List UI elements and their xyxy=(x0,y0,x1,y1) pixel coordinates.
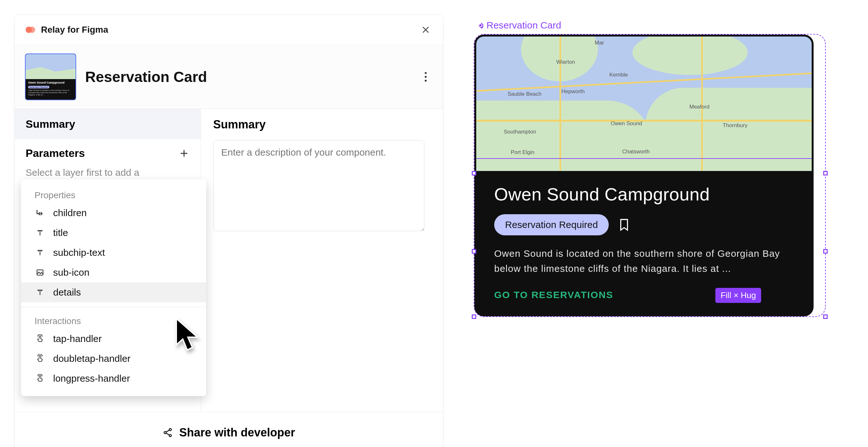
dropdown-item-label: sub-icon xyxy=(53,267,89,278)
instance-label-text: Reservation Card xyxy=(487,20,561,31)
card-map: MarWiartonKembleSauble BeachHepworthSout… xyxy=(476,36,812,171)
selection-handle[interactable] xyxy=(823,249,828,254)
text-type-icon xyxy=(35,247,45,258)
map-label: Mar xyxy=(595,40,604,46)
component-instance-icon xyxy=(475,21,483,29)
selection-handle[interactable] xyxy=(472,171,476,176)
dropdown-item-label: tap-handler xyxy=(53,333,102,344)
map-label: Hepworth xyxy=(561,88,585,95)
dropdown-section-properties: Properties xyxy=(21,186,206,203)
svg-point-4 xyxy=(425,80,427,82)
add-parameter-button[interactable] xyxy=(178,148,190,159)
dropdown-property-title[interactable]: title xyxy=(21,223,206,243)
dropdown-item-label: doubletap-handler xyxy=(53,353,131,364)
cursor-icon xyxy=(173,317,205,355)
tap-icon xyxy=(35,353,45,364)
inner-selection-box xyxy=(474,158,814,316)
selection-handle[interactable] xyxy=(472,249,476,254)
map-label: Thornbury xyxy=(723,122,747,129)
share-label: Share with developer xyxy=(179,426,295,439)
map-label: Wiarton xyxy=(556,59,575,65)
card-body: Owen Sound Campground Reservation Requir… xyxy=(476,171,812,315)
component-header: Owen Sound Campground Reservation Requir… xyxy=(15,45,443,109)
card-selection-outline: MarWiartonKembleSauble BeachHepworthSout… xyxy=(474,34,826,317)
sidebar-item-parameters: Parameters xyxy=(15,139,201,167)
figma-canvas: Reservation Card MarWiartonKembleSauble … xyxy=(474,20,826,317)
component-thumbnail[interactable]: Owen Sound Campground Reservation Requir… xyxy=(25,54,76,100)
text-type-icon xyxy=(35,227,45,238)
dropdown-property-subchip-text[interactable]: subchip-text xyxy=(21,243,206,263)
sidebar: Summary Parameters Select a layer first … xyxy=(15,109,201,412)
selection-handle[interactable] xyxy=(472,315,476,319)
map-label: Owen Sound xyxy=(611,120,642,127)
selection-handle[interactable] xyxy=(823,171,828,176)
svg-point-3 xyxy=(425,76,427,78)
dropdown-property-children[interactable]: children xyxy=(21,203,206,223)
dropdown-property-sub-icon[interactable]: sub-icon xyxy=(21,263,206,282)
svg-point-1 xyxy=(29,27,35,33)
share-with-developer-button[interactable]: Share with developer xyxy=(15,412,443,447)
tap-icon xyxy=(35,373,45,384)
autolayout-size-badge: Fill × Hug xyxy=(715,288,761,303)
relay-logo-icon xyxy=(25,24,36,35)
share-icon xyxy=(163,427,173,438)
content-heading: Summary xyxy=(213,118,431,131)
close-icon xyxy=(421,25,430,34)
reservation-card[interactable]: MarWiartonKembleSauble BeachHepworthSout… xyxy=(474,35,814,316)
tap-icon xyxy=(35,333,45,344)
children-type-icon xyxy=(35,208,45,218)
svg-rect-5 xyxy=(37,270,43,275)
close-button[interactable] xyxy=(418,23,433,37)
more-button[interactable] xyxy=(418,70,433,84)
description-input[interactable] xyxy=(213,140,425,231)
dropdown-item-label: longpress-handler xyxy=(53,373,130,384)
dropdown-item-label: children xyxy=(53,208,87,218)
more-vertical-icon xyxy=(425,72,427,82)
map-label: Chatsworth xyxy=(622,149,650,155)
parameter-dropdown: Properties childrentitlesubchip-textsub-… xyxy=(21,179,206,396)
image-type-icon xyxy=(35,267,45,278)
component-name: Reservation Card xyxy=(85,68,207,86)
sidebar-item-summary[interactable]: Summary xyxy=(15,109,201,139)
dropdown-interaction-longpress-handler[interactable]: longpress-handler xyxy=(21,368,206,388)
content-area: Summary xyxy=(201,109,443,412)
relay-panel: Relay for Figma Owen Sound Campground Re… xyxy=(14,14,443,447)
parameters-label: Parameters xyxy=(26,147,85,159)
app-title: Relay for Figma xyxy=(41,25,108,35)
plus-icon xyxy=(180,149,188,158)
instance-label[interactable]: Reservation Card xyxy=(475,20,826,31)
svg-point-2 xyxy=(425,72,427,74)
map-label: Port Elgin xyxy=(511,149,534,156)
dropdown-item-label: title xyxy=(53,227,68,238)
selection-handle[interactable] xyxy=(823,315,828,319)
dropdown-item-label: subchip-text xyxy=(53,247,105,258)
text-type-icon xyxy=(35,287,45,298)
dropdown-divider xyxy=(21,307,206,307)
map-label: Meaford xyxy=(689,104,709,110)
map-label: Southampton xyxy=(504,129,536,135)
parameters-hint: Select a layer first to add a xyxy=(15,167,201,178)
map-label: Kemble xyxy=(610,72,628,78)
dropdown-item-label: details xyxy=(53,287,81,298)
map-label: Sauble Beach xyxy=(507,91,541,97)
dropdown-property-details[interactable]: details xyxy=(21,282,206,302)
panel-body: Summary Parameters Select a layer first … xyxy=(15,109,443,412)
panel-header: Relay for Figma xyxy=(15,15,443,45)
